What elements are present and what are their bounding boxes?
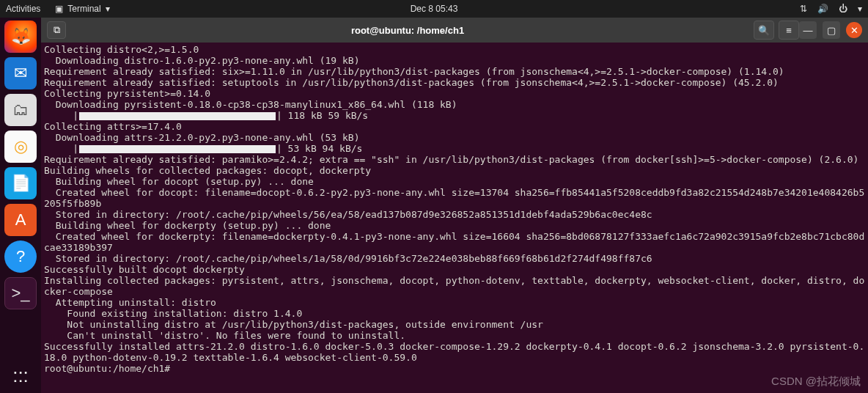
terminal-line: Collecting distro<2,>=1.5.0 <box>44 44 865 55</box>
terminal-line: Building wheel for docopt (setup.py) ...… <box>44 176 865 187</box>
dock-ubuntu-software[interactable]: A <box>4 204 37 236</box>
dock-terminal[interactable]: >_ <box>4 277 37 309</box>
search-button[interactable]: 🔍 <box>754 21 774 40</box>
terminal-line: Installing collected packages: pyrsisten… <box>44 275 865 297</box>
terminal-line: || 53 kB 94 kB/s <box>44 143 865 154</box>
app-menu[interactable]: ▣ Terminal ▾ <box>55 4 109 14</box>
terminal-line: Downloading attrs-21.2.0-py2.py3-none-an… <box>44 132 865 143</box>
terminal-line: Requirement already satisfied: paramiko>… <box>44 154 865 165</box>
terminal-line: Collecting attrs>=17.4.0 <box>44 121 865 132</box>
sound-icon[interactable]: 🔊 <box>817 4 828 14</box>
terminal-line: Building wheel for dockerpty (setup.py) … <box>44 220 865 231</box>
terminal-line: root@ubuntu:/home/ch1# <box>44 363 865 374</box>
minimize-button[interactable]: — <box>799 21 817 39</box>
hamburger-menu-button[interactable]: ≡ <box>779 21 799 40</box>
terminal-line: Created wheel for dockerpty: filename=do… <box>44 231 865 253</box>
terminal-line: Building wheels for collected packages: … <box>44 165 865 176</box>
clock[interactable]: Dec 8 05:43 <box>411 4 458 14</box>
dock-firefox[interactable]: 🦊 <box>4 21 37 53</box>
terminal-line: Requirement already satisfied: six>=1.11… <box>44 66 865 77</box>
terminal-output[interactable]: Collecting distro<2,>=1.5.0 Downloading … <box>41 43 868 393</box>
terminal-line: Created wheel for docopt: filename=docop… <box>44 187 865 209</box>
dock-thunderbird[interactable]: ✉ <box>4 57 37 89</box>
terminal-line: || 118 kB 59 kB/s <box>44 110 865 121</box>
window-titlebar: ⧉ root@ubuntu: /home/ch1 🔍 ≡ — ▢ ✕ <box>41 18 868 43</box>
new-tab-button[interactable]: ⧉ <box>47 21 66 39</box>
terminal-line: Successfully built docopt dockerpty <box>44 264 865 275</box>
terminal-icon: ▣ <box>55 4 63 14</box>
gnome-topbar: Activities ▣ Terminal ▾ Dec 8 05:43 ⇅ 🔊 … <box>0 0 868 18</box>
maximize-button[interactable]: ▢ <box>823 21 840 39</box>
terminal-line: Collecting pyrsistent>=0.14.0 <box>44 88 865 99</box>
show-applications-icon[interactable]: ::: <box>12 364 29 387</box>
window-title: root@ubuntu: /home/ch1 <box>66 25 749 36</box>
terminal-window: ⧉ root@ubuntu: /home/ch1 🔍 ≡ — ▢ ✕ Colle… <box>41 18 868 393</box>
search-icon: 🔍 <box>758 25 770 36</box>
terminal-line: Successfully installed attrs-21.2.0 dist… <box>44 341 865 363</box>
dock: 🦊 ✉ 🗂 ◎ 📄 A ? >_ ::: <box>0 18 41 393</box>
new-tab-icon: ⧉ <box>54 24 60 36</box>
terminal-line: Not uninstalling distro at /usr/lib/pyth… <box>44 319 865 330</box>
terminal-line: Downloading pyrsistent-0.18.0-cp38-cp38-… <box>44 99 865 110</box>
terminal-line: Downloading distro-1.6.0-py2.py3-none-an… <box>44 55 865 66</box>
close-button[interactable]: ✕ <box>846 22 862 38</box>
system-tray[interactable]: ⇅ 🔊 ⏻ ▾ <box>800 4 862 14</box>
terminal-line: Found existing installation: distro 1.4.… <box>44 308 865 319</box>
power-icon[interactable]: ⏻ <box>839 4 847 14</box>
activities-button[interactable]: Activities <box>6 4 40 14</box>
menu-icon: ≡ <box>786 25 792 36</box>
chevron-down-icon: ▾ <box>106 4 110 14</box>
app-menu-label: Terminal <box>67 4 100 14</box>
dock-help[interactable]: ? <box>4 240 37 273</box>
chevron-down-icon[interactable]: ▾ <box>858 4 862 14</box>
progress-bar <box>79 145 276 153</box>
terminal-line: Requirement already satisfied: setuptool… <box>44 77 865 88</box>
dock-libreoffice-writer[interactable]: 📄 <box>4 167 37 199</box>
dock-files[interactable]: 🗂 <box>4 94 37 126</box>
terminal-line: Stored in directory: /root/.cache/pip/wh… <box>44 209 865 220</box>
terminal-line: Can't uninstall 'distro'. No files were … <box>44 330 865 341</box>
dock-rhythmbox[interactable]: ◎ <box>4 131 37 163</box>
network-icon[interactable]: ⇅ <box>800 4 807 14</box>
terminal-line: Attempting uninstall: distro <box>44 297 865 308</box>
progress-bar <box>79 112 276 120</box>
terminal-line: Stored in directory: /root/.cache/pip/wh… <box>44 253 865 264</box>
